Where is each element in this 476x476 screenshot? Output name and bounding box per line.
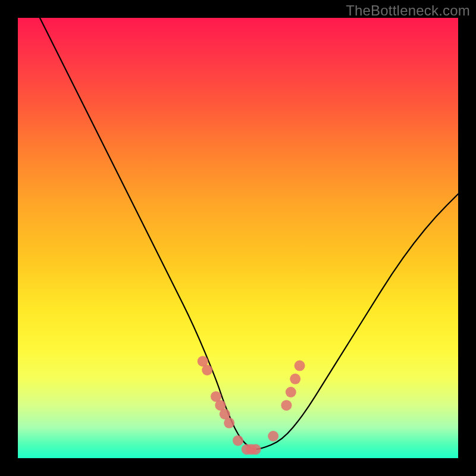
watermark-text: TheBottleneck.com (346, 2, 470, 19)
highlight-dot (202, 365, 212, 375)
highlight-dot (286, 387, 296, 397)
highlight-dots (198, 356, 305, 455)
highlight-dot (233, 435, 243, 446)
highlight-dot (268, 431, 278, 441)
highlight-dot (290, 374, 300, 384)
bottleneck-curve (40, 18, 458, 449)
plot-area (18, 18, 458, 458)
highlight-dot (224, 418, 234, 428)
chart-frame: TheBottleneck.com (0, 0, 476, 476)
highlight-dot (295, 361, 305, 371)
curve-svg (18, 18, 458, 458)
highlight-dot (250, 444, 261, 455)
highlight-dot (281, 400, 292, 411)
